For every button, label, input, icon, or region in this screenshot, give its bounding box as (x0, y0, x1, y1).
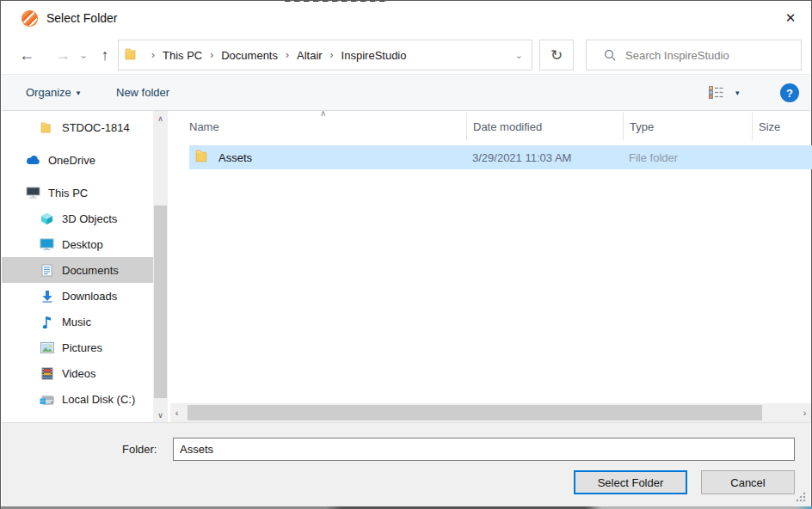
sidebar-item-desktop[interactable]: Desktop (2, 231, 153, 257)
breadcrumb-separator: › (204, 49, 219, 61)
column-label: Date modified (473, 120, 542, 133)
sidebar-scrollbar-thumb[interactable] (154, 205, 167, 398)
breadcrumb-documents[interactable]: Documents (219, 49, 280, 62)
downloads-icon (40, 289, 54, 303)
back-button[interactable]: ← (14, 35, 40, 75)
main-area: STDOC-1814 OneDrive This PC 3D Objects D… (2, 111, 810, 422)
desktop-icon (40, 237, 54, 251)
sidebar-item-stdoc-1814[interactable]: STDOC-1814 (2, 114, 153, 140)
3d-objects-icon (40, 212, 54, 225)
sidebar-item-3d-objects[interactable]: 3D Objects (2, 205, 153, 231)
sidebar-item-pictures[interactable]: Pictures (2, 334, 153, 360)
recent-locations-button[interactable]: ⌄ (76, 35, 91, 75)
change-view-button[interactable] (709, 75, 723, 110)
chevron-down-icon: ⌄ (515, 50, 523, 60)
organize-button[interactable]: Organize ▾ (26, 75, 80, 110)
local-disk-icon (40, 392, 54, 406)
horizontal-scrollbar-thumb[interactable] (188, 405, 762, 420)
folder-icon (125, 48, 138, 63)
file-name-cell: Assets (189, 150, 466, 165)
search-icon (604, 49, 616, 61)
help-icon: ? (786, 87, 793, 100)
altair-logo-icon (22, 10, 38, 27)
scroll-down-button[interactable]: ∨ (153, 408, 168, 422)
close-button[interactable]: ✕ (776, 5, 805, 31)
dialog-footer: Folder: Select Folder Cancel (2, 422, 810, 506)
breadcrumb-altair[interactable]: Altair (295, 49, 324, 62)
select-folder-button[interactable]: Select Folder (574, 470, 687, 494)
documents-icon (40, 263, 54, 277)
videos-icon (40, 366, 54, 380)
pictures-icon (40, 340, 54, 354)
sidebar-item-music[interactable]: Music (2, 309, 153, 334)
details-view-icon (709, 86, 723, 99)
sidebar-item-onedrive[interactable]: OneDrive (2, 147, 153, 173)
refresh-icon: ↻ (551, 46, 563, 64)
sidebar-item-label: This PC (48, 187, 88, 199)
folder-name-input[interactable] (173, 438, 795, 461)
up-button[interactable]: ↑ (93, 35, 117, 75)
refresh-button[interactable]: ↻ (539, 40, 574, 71)
folder-icon (40, 120, 54, 134)
breadcrumb-this-pc[interactable]: This PC (161, 49, 204, 62)
view-dropdown-button[interactable]: ▾ (735, 75, 749, 110)
forward-button[interactable]: → (50, 35, 76, 75)
resize-grip[interactable] (796, 492, 806, 502)
breadcrumb-separator: › (145, 49, 161, 61)
file-type-cell: File folder (623, 151, 752, 164)
titlebar: Select Folder ✕ (2, 2, 810, 35)
sidebar-item-label: Documents (62, 264, 119, 277)
sidebar-item-videos[interactable]: Videos (2, 360, 153, 386)
column-header-type[interactable]: Type (623, 113, 752, 140)
window-title: Select Folder (46, 11, 117, 25)
scroll-right-button[interactable]: › (798, 403, 811, 422)
onedrive-icon (26, 153, 40, 167)
sidebar-item-local-disk-c[interactable]: Local Disk (C:) (2, 386, 153, 412)
sidebar-item-this-pc[interactable]: This PC (2, 180, 153, 205)
file-list-pane: ∧ Name Date modified Type Size Assets 3/… (168, 111, 812, 422)
search-input[interactable] (625, 42, 801, 68)
forward-icon: → (55, 46, 71, 64)
organize-label: Organize (26, 86, 71, 99)
sidebar-item-label: Videos (62, 367, 96, 380)
sidebar-item-label: Local Disk (C:) (62, 393, 135, 406)
horizontal-scrollbar[interactable]: ‹ › (170, 403, 811, 422)
file-row-assets[interactable]: Assets 3/29/2021 11:03 AM File folder (189, 145, 812, 169)
navigation-bar: ← → ⌄ ↑ › This PC › Documents › Altair ›… (2, 35, 810, 75)
column-header-name[interactable]: Name (168, 113, 466, 140)
column-header-size[interactable]: Size (752, 113, 812, 140)
breadcrumb-separator: › (324, 49, 340, 61)
sidebar-item-label: Pictures (62, 341, 102, 354)
sidebar-item-label: Desktop (62, 238, 103, 251)
breadcrumb-inspirestudio[interactable]: InspireStudio (340, 49, 409, 62)
chevron-down-icon: ▾ (77, 89, 81, 97)
new-folder-label: New folder (116, 86, 169, 99)
address-dropdown-button[interactable]: ⌄ (507, 50, 532, 61)
sidebar-scrollbar[interactable]: ∧ ∨ (153, 111, 168, 422)
chevron-down-icon: ⌄ (79, 49, 88, 61)
help-button[interactable]: ? (780, 83, 799, 102)
column-header-date-modified[interactable]: Date modified (466, 113, 623, 140)
sidebar-item-label: Downloads (62, 290, 117, 303)
column-label: Size (759, 120, 780, 133)
navigation-pane: STDOC-1814 OneDrive This PC 3D Objects D… (2, 111, 153, 422)
new-folder-button[interactable]: New folder (116, 75, 169, 110)
address-bar[interactable]: › This PC › Documents › Altair › Inspire… (118, 40, 532, 71)
sidebar-item-downloads[interactable]: Downloads (2, 283, 153, 309)
up-icon: ↑ (102, 46, 109, 64)
column-headers: Name Date modified Type Size (168, 113, 812, 140)
command-toolbar: Organize ▾ New folder ▾ ? (2, 75, 810, 111)
folder-field-label: Folder: (122, 443, 157, 456)
scroll-up-button[interactable]: ∧ (153, 111, 168, 126)
sidebar-item-documents[interactable]: Documents (2, 257, 153, 283)
this-pc-icon (26, 186, 40, 199)
cancel-button[interactable]: Cancel (701, 470, 795, 494)
close-icon: ✕ (785, 10, 797, 26)
search-box (586, 40, 802, 71)
back-icon: ← (19, 46, 34, 64)
music-icon (40, 315, 54, 328)
sidebar-item-label: 3D Objects (62, 212, 117, 225)
select-folder-label: Select Folder (598, 476, 664, 489)
scroll-left-button[interactable]: ‹ (170, 403, 183, 422)
sidebar-item-label: Music (62, 316, 91, 328)
